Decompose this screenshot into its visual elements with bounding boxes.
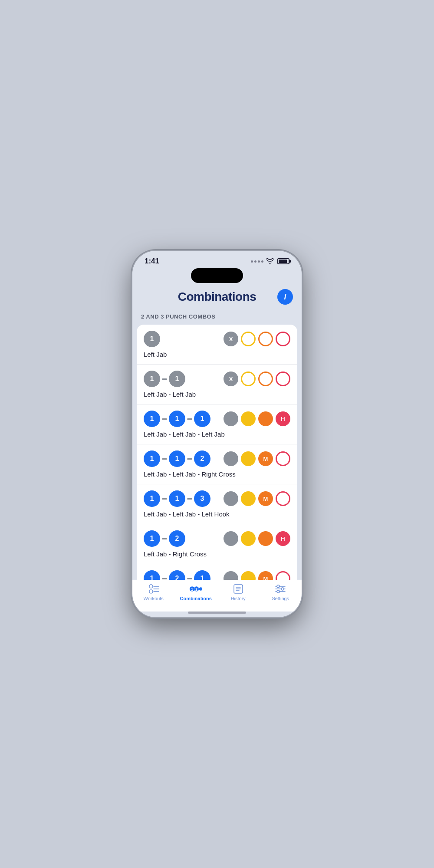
combo-row-6: 1 2 H xyxy=(144,530,290,547)
combo-item-7[interactable]: 1 2 1 M xyxy=(137,564,297,580)
tab-item-settings[interactable]: Settings xyxy=(260,584,302,601)
indicator-red-h: H xyxy=(276,411,290,426)
combo-item-6[interactable]: 1 2 H Left Jab - Right Cross xyxy=(137,524,297,564)
combo-connector xyxy=(162,538,167,539)
combo-numbers-6: 1 2 xyxy=(144,530,185,547)
indicator-yellow xyxy=(241,571,256,580)
indicator-gray xyxy=(224,491,238,506)
punch-circle: 1 xyxy=(169,411,185,427)
combo-row-1: 1 X xyxy=(144,331,290,347)
indicator-red-h: H xyxy=(276,531,290,546)
combo-row-4: 1 1 2 M xyxy=(144,450,290,467)
settings-icon xyxy=(275,584,286,594)
info-icon: i xyxy=(284,293,286,302)
combo-item-1[interactable]: 1 X Left Jab xyxy=(137,325,297,365)
combo-indicators-3: H xyxy=(224,411,290,426)
combo-label-5: Left Jab - Left Jab - Left Hook xyxy=(144,510,290,518)
combo-row-3: 1 1 1 H xyxy=(144,411,290,427)
punch-circle: 1 xyxy=(194,411,210,427)
combo-item-5[interactable]: 1 1 3 M xyxy=(137,484,297,524)
status-time: 1:41 xyxy=(145,257,159,266)
combo-indicators-4: M xyxy=(224,451,290,466)
tab-item-history[interactable]: History xyxy=(217,584,260,601)
punch-circle: 1 xyxy=(144,371,160,387)
punch-circle: 1 xyxy=(144,331,160,347)
svg-point-1 xyxy=(149,590,153,593)
phone-frame: 1:41 xyxy=(132,251,302,617)
home-indicator xyxy=(188,612,246,614)
punch-circle: 2 xyxy=(169,530,185,547)
section-header: 2 AND 3 PUNCH COMBOS xyxy=(132,309,302,325)
tab-item-combinations[interactable]: 1 2 Combinations xyxy=(175,584,217,601)
combo-row-7: 1 2 1 M xyxy=(144,570,290,580)
indicator-red xyxy=(276,372,290,386)
indicator-yellow xyxy=(241,531,256,546)
indicator-orange xyxy=(258,411,273,426)
combo-numbers-3: 1 1 1 xyxy=(144,411,210,427)
combos-card: 1 X Left Jab xyxy=(137,325,297,580)
svg-point-7 xyxy=(199,587,202,591)
combo-row-5: 1 1 3 M xyxy=(144,490,290,507)
info-button[interactable]: i xyxy=(277,289,293,305)
punch-circle: 3 xyxy=(194,490,210,507)
combo-row-2: 1 1 X xyxy=(144,371,290,387)
combo-label-3: Left Jab - Left Jab - Left Jab xyxy=(144,431,290,438)
combo-label-6: Left Jab - Right Cross xyxy=(144,550,290,558)
tab-label-combinations: Combinations xyxy=(180,596,212,601)
punch-circle: 2 xyxy=(194,450,210,467)
indicator-orange xyxy=(258,372,273,386)
combinations-icon-wrap: 1 2 xyxy=(189,584,202,594)
indicator-yellow xyxy=(241,372,256,386)
battery-fill xyxy=(279,260,287,263)
indicator-orange-m: M xyxy=(258,571,273,580)
combo-item-3[interactable]: 1 1 1 H xyxy=(137,404,297,444)
tab-label-workouts: Workouts xyxy=(144,596,164,601)
combo-item-2[interactable]: 1 1 X Left Jab - Left Jab xyxy=(137,365,297,404)
punch-circle: 1 xyxy=(169,450,185,467)
punch-circle: 1 xyxy=(144,530,160,547)
indicator-red xyxy=(276,571,290,580)
indicator-gray xyxy=(224,571,238,580)
combo-connector xyxy=(187,458,192,460)
indicator-yellow xyxy=(241,491,256,506)
combo-connector xyxy=(162,498,167,500)
combo-indicators-6: H xyxy=(224,531,290,546)
signal-dot-4 xyxy=(261,260,263,263)
app-content: Combinations i 2 AND 3 PUNCH COMBOS 1 xyxy=(132,286,302,617)
punch-circle: 1 xyxy=(144,450,160,467)
combo-numbers-1: 1 xyxy=(144,331,160,347)
signal-dot-1 xyxy=(251,260,253,263)
punch-circle: 1 xyxy=(144,411,160,427)
indicator-yellow xyxy=(241,411,256,426)
indicator-yellow xyxy=(241,332,256,346)
indicator-gray xyxy=(224,451,238,466)
combo-numbers-4: 1 1 2 xyxy=(144,450,210,467)
indicator-orange xyxy=(258,332,273,346)
tab-label-history: History xyxy=(231,596,246,601)
history-icon xyxy=(233,584,243,594)
combo-connector xyxy=(162,458,167,460)
signal-dot-2 xyxy=(254,260,256,263)
section-title: 2 AND 3 PUNCH COMBOS xyxy=(141,313,215,320)
combo-item-4[interactable]: 1 1 2 M xyxy=(137,444,297,484)
svg-point-19 xyxy=(277,585,279,588)
indicator-gray xyxy=(224,531,238,546)
svg-point-20 xyxy=(281,588,284,590)
indicator-x: X xyxy=(224,372,238,386)
indicator-orange-m: M xyxy=(258,451,273,466)
svg-text:2: 2 xyxy=(196,587,198,592)
combo-numbers-7: 1 2 1 xyxy=(144,570,210,580)
status-bar: 1:41 xyxy=(132,251,302,268)
page-title: Combinations xyxy=(178,290,256,304)
tab-item-workouts[interactable]: Workouts xyxy=(132,584,175,601)
punch-circle: 2 xyxy=(169,570,185,580)
combo-indicators-7: M xyxy=(224,571,290,580)
svg-text:1: 1 xyxy=(191,587,194,592)
combos-list[interactable]: 1 X Left Jab xyxy=(132,325,302,580)
combo-connector xyxy=(162,378,167,380)
punch-circle: 1 xyxy=(144,570,160,580)
indicator-orange xyxy=(258,531,273,546)
combo-connector xyxy=(187,498,192,500)
svg-point-21 xyxy=(277,590,279,593)
combo-label-4: Left Jab - Left Jab - Right Cross xyxy=(144,470,290,478)
